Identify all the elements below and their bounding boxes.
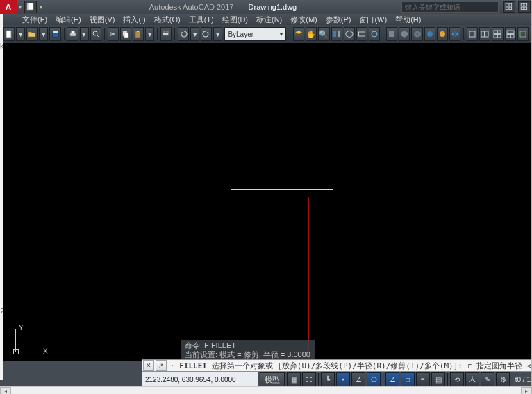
svg-rect-9 xyxy=(524,7,527,10)
svg-rect-8 xyxy=(521,7,524,10)
pan-icon[interactable]: ✋ xyxy=(306,27,317,41)
svg-rect-4 xyxy=(506,7,508,10)
app-logo[interactable]: A xyxy=(0,0,17,14)
rt-btn-11[interactable] xyxy=(467,27,478,41)
object-snap-toggle[interactable]: □ xyxy=(401,372,415,386)
rt-btn-2[interactable] xyxy=(344,27,355,41)
menu-draw[interactable]: 绘图(D) xyxy=(218,15,252,25)
svg-point-25 xyxy=(372,31,377,37)
separator xyxy=(290,28,290,40)
command-line[interactable]: ✕ ↗ · FILLET 选择第一个对象或 [放弃(U)/多段线(P)/半径(R… xyxy=(142,359,532,372)
crosshair-vertical xyxy=(308,197,309,361)
paste-icon[interactable] xyxy=(133,27,144,41)
minimize-icon[interactable] xyxy=(503,1,515,13)
svg-rect-38 xyxy=(507,31,514,34)
rt-btn-6[interactable] xyxy=(399,27,410,41)
menu-param[interactable]: 参数(P) xyxy=(322,15,356,25)
ortho-toggle[interactable]: ┗ xyxy=(321,372,335,386)
scroll-right-arrow[interactable]: ▸ xyxy=(521,387,532,395)
restore-icon[interactable] xyxy=(518,1,531,13)
model-tab[interactable]: 模型 xyxy=(260,372,285,386)
svg-rect-19 xyxy=(135,31,140,38)
menu-format[interactable]: 格式(O) xyxy=(150,15,185,25)
lineweight-toggle[interactable]: ≡ xyxy=(416,372,430,386)
ucs-y-label: Y xyxy=(19,324,24,331)
command-input[interactable]: · FILLET 选择第一个对象或 [放弃(U)/多段线(P)/半径(R)/修剪… xyxy=(167,361,531,371)
transparency-toggle[interactable]: ▤ xyxy=(431,372,445,386)
rt-btn-3[interactable] xyxy=(356,27,367,41)
separator xyxy=(318,373,319,386)
menu-insert[interactable]: 插入(I) xyxy=(119,15,149,25)
save-icon[interactable] xyxy=(49,27,60,41)
rt-btn-15[interactable] xyxy=(517,27,529,41)
menu-modify[interactable]: 修改(M) xyxy=(286,15,322,25)
app-menu-dropdown[interactable]: ▾ xyxy=(17,0,24,14)
otrack-toggle[interactable]: ∠ xyxy=(385,372,399,386)
redo-icon[interactable] xyxy=(201,27,212,41)
svg-point-45 xyxy=(310,381,312,382)
rt-btn-10[interactable] xyxy=(449,27,460,41)
drawing-canvas[interactable]: Y X 命令: F FILLET 当前设置: 模式 = 修剪, 半径 = 3.0… xyxy=(3,43,532,361)
qat-dropdown[interactable]: ▾ xyxy=(38,0,44,14)
zoom-icon[interactable]: 🔍 xyxy=(318,27,329,41)
menu-file[interactable]: 文件(F) xyxy=(18,15,51,25)
coordinates-readout[interactable]: 2123.2480, 630.9654, 0.0000 xyxy=(142,372,258,387)
new-dropdown[interactable]: ▾ xyxy=(16,27,25,41)
new-icon[interactable] xyxy=(3,27,15,41)
polar-toggle[interactable]: ⭑ xyxy=(336,372,350,386)
rt-btn-1[interactable] xyxy=(331,27,342,41)
osnap-toggle[interactable]: ⎔ xyxy=(367,372,381,386)
menu-edit[interactable]: 编辑(E) xyxy=(51,15,85,25)
recent-doc-icon[interactable] xyxy=(24,1,37,13)
search-input[interactable] xyxy=(401,1,499,13)
menu-help[interactable]: 帮助(H) xyxy=(391,15,425,25)
separator xyxy=(157,28,158,40)
preview-icon[interactable] xyxy=(90,27,101,41)
workspace-switch[interactable]: ⚙ xyxy=(496,372,510,386)
cycling-toggle[interactable]: ⟲ xyxy=(450,372,464,386)
rt-btn-7[interactable] xyxy=(411,27,422,41)
undo-icon[interactable] xyxy=(178,27,189,41)
cmd-prefix: · xyxy=(170,361,179,370)
linetype-label: ByLayer xyxy=(228,31,253,38)
rt-btn-14[interactable] xyxy=(505,27,516,41)
rt-btn-8[interactable] xyxy=(424,27,435,41)
menu-window[interactable]: 窗口(W) xyxy=(355,15,391,25)
iso-toggle[interactable]: ∠ xyxy=(351,372,365,386)
scroll-track[interactable] xyxy=(11,387,521,394)
cut-icon[interactable]: ✂ xyxy=(108,27,119,41)
rt-btn-9[interactable] xyxy=(437,27,448,41)
cmd-recent-icon[interactable]: ↗ xyxy=(156,360,167,371)
rt-btn-13[interactable] xyxy=(492,27,503,41)
svg-point-27 xyxy=(427,31,433,37)
linetype-combo[interactable]: ByLayer▾ xyxy=(224,27,286,41)
command-history: 命令: F FILLET 当前设置: 模式 = 修剪, 半径 = 3.0000 xyxy=(181,340,315,361)
open-dropdown[interactable]: ▾ xyxy=(39,27,48,41)
print-icon[interactable] xyxy=(67,27,78,41)
match-icon[interactable] xyxy=(160,27,172,41)
menu-dimension[interactable]: 标注(N) xyxy=(252,15,286,25)
horizontal-scrollbar[interactable]: ◂ ▸ xyxy=(0,386,532,394)
rt-btn-12[interactable] xyxy=(479,27,490,41)
annotation-scale[interactable]: 人 xyxy=(465,372,479,386)
redo-dropdown[interactable]: ▾ xyxy=(213,27,222,41)
annotation-toggle[interactable]: ✎ xyxy=(481,372,494,386)
grid-toggle[interactable]: ▦ xyxy=(287,372,301,386)
menu-tools[interactable]: 工具(T) xyxy=(185,15,218,25)
undo-dropdown[interactable]: ▾ xyxy=(190,27,199,41)
paste-dropdown[interactable]: ▾ xyxy=(145,27,154,41)
open-icon[interactable] xyxy=(26,27,38,41)
copy-icon[interactable] xyxy=(120,27,131,41)
menu-view[interactable]: 视图(V) xyxy=(85,15,119,25)
snap-toggle[interactable] xyxy=(302,372,316,386)
separator xyxy=(383,373,383,386)
scroll-left-arrow[interactable]: ◂ xyxy=(0,387,11,395)
layer-icon[interactable] xyxy=(293,27,304,41)
rt-btn-4[interactable] xyxy=(369,27,380,41)
cmd-close-icon[interactable]: ✕ xyxy=(143,360,154,371)
chevron-down-icon: ▾ xyxy=(280,31,283,38)
rt-btn-5[interactable] xyxy=(386,27,397,41)
separator xyxy=(447,373,448,386)
svg-rect-7 xyxy=(524,3,527,6)
print-dropdown[interactable]: ▾ xyxy=(80,27,89,41)
